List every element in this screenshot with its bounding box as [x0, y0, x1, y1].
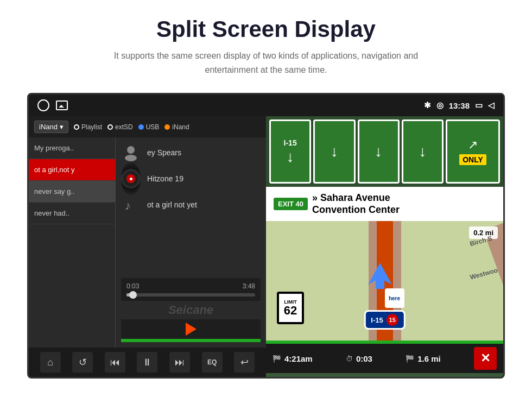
- artist-name: ey Spears: [147, 148, 181, 157]
- eta-arrival: 🏁 4:21am: [273, 354, 313, 363]
- status-right-icons: ✱ ◎ 13:38 ▭ ◁: [424, 100, 495, 110]
- radio-inand-dot: [164, 124, 170, 130]
- page-subtitle: It supports the same screen display of t…: [103, 49, 429, 77]
- highway-sign-1: I-15 ↓: [269, 119, 311, 184]
- only-sign: ↗ ONLY: [446, 119, 500, 184]
- exit-badge: EXIT 40: [274, 198, 308, 210]
- location-icon: ◎: [436, 100, 444, 110]
- source-inand-label: iNand: [172, 123, 189, 131]
- speed-sign: LIMIT 62: [277, 292, 304, 324]
- song-row: ♪ ot a girl not yet: [121, 195, 261, 215]
- source-usb[interactable]: USB: [138, 123, 160, 131]
- progress-current: 0:03: [126, 282, 139, 290]
- eta-duration: ⏱ 0:03: [346, 354, 372, 363]
- highway-sign-2: ↓: [313, 119, 355, 184]
- split-area: iNand ▾ Playlist extSD USB iNand: [29, 116, 503, 377]
- radio-extsd-dot: [107, 124, 113, 130]
- source-playlist-label: Playlist: [81, 123, 102, 131]
- repeat-button[interactable]: ↺: [72, 352, 93, 373]
- track-info: ey Spears Hitzone 19: [121, 143, 261, 278]
- music-content: My preroga.. ot a girl,not y never say g…: [29, 137, 266, 348]
- list-item[interactable]: My preroga..: [29, 137, 115, 159]
- artist-icon: [121, 143, 141, 162]
- battery-icon: ▭: [475, 100, 483, 110]
- svg-point-1: [125, 155, 137, 161]
- destination-line1: » Sahara Avenue: [312, 192, 390, 203]
- bluetooth-icon: ✱: [424, 100, 431, 110]
- flag-start-icon: 🏁: [273, 355, 281, 363]
- eq-button[interactable]: EQ: [202, 352, 223, 373]
- play-indicator-icon: [186, 323, 197, 336]
- album-row: Hitzone 19: [121, 169, 261, 188]
- home-button[interactable]: ⌂: [40, 352, 61, 373]
- only-label: ONLY: [459, 154, 486, 165]
- interstate-label: I-15: [371, 316, 383, 324]
- highway-sign-4: ↓: [402, 119, 444, 184]
- next-button[interactable]: ⏭: [169, 352, 190, 373]
- speed-value: 62: [284, 305, 297, 317]
- arrow-down-icon-1: ↓: [287, 149, 294, 165]
- source-extsd[interactable]: extSD: [107, 123, 133, 131]
- eta-distance: 1.6 mi: [417, 354, 441, 363]
- arrow-down-icon-3: ↓: [375, 144, 382, 159]
- status-bar: ✱ ◎ 13:38 ▭ ◁: [29, 94, 503, 116]
- music-main: ey Spears Hitzone 19: [116, 137, 266, 348]
- home-circle-icon: [37, 99, 49, 111]
- destination-line2: Convention Center: [312, 204, 400, 215]
- highway-sign-3: ↓: [358, 119, 400, 184]
- highway-signs: I-15 ↓ ↓ ↓ ↓ ↗ ONLY: [266, 116, 503, 187]
- dropdown-arrow-icon: ▾: [60, 123, 64, 131]
- back-arrow-icon: ◁: [488, 100, 495, 110]
- arrow-down-icon-2: ↓: [331, 144, 338, 159]
- map-area: LIMIT 62 here I-15 15 0.2 mi Birch S Wes…: [266, 221, 503, 341]
- music-note-icon: ♪: [121, 195, 141, 215]
- progress-total: 3:48: [243, 282, 255, 290]
- source-inand[interactable]: iNand: [164, 123, 189, 131]
- arrow-down-icon-4: ↓: [419, 144, 426, 159]
- page-title: Split Screen Display: [156, 16, 376, 42]
- back-button[interactable]: ↩: [234, 352, 255, 373]
- progress-times: 0:03 3:48: [126, 282, 255, 290]
- music-source-bar: iNand ▾ Playlist extSD USB iNand: [29, 116, 266, 137]
- music-green-strip: [121, 339, 261, 342]
- svg-text:♪: ♪: [125, 199, 131, 212]
- prev-button[interactable]: ⏮: [105, 352, 125, 373]
- radio-playlist-dot: [74, 124, 79, 130]
- exit-info: EXIT 40 » Sahara Avenue Convention Cente…: [266, 187, 503, 221]
- nav-panel: I-15 ↓ ↓ ↓ ↓ ↗ ONLY EXIT 40: [266, 116, 503, 377]
- eta-distance-section: 🏁 1.6 mi: [406, 354, 441, 363]
- image-icon: [56, 100, 68, 110]
- list-item[interactable]: never say g..: [29, 181, 115, 203]
- status-left-icons: [37, 99, 68, 111]
- clock-eta-icon: ⏱: [346, 355, 353, 363]
- source-playlist[interactable]: Playlist: [74, 123, 102, 131]
- nav-close-button[interactable]: ✕: [474, 347, 497, 370]
- radio-usb-dot: [138, 124, 144, 130]
- eta-travel-time: 0:03: [356, 354, 372, 363]
- list-item[interactable]: ot a girl,not y: [29, 159, 115, 181]
- playpause-button[interactable]: ⏸: [137, 352, 157, 373]
- device-frame: ✱ ◎ 13:38 ▭ ◁ iNand ▾ Playlist: [27, 93, 505, 379]
- progress-bar[interactable]: [126, 293, 255, 297]
- svg-rect-4: [376, 278, 384, 289]
- interstate-badge: 15: [387, 314, 398, 326]
- eta-time: 4:21am: [284, 354, 313, 363]
- clock-display: 13:38: [449, 101, 470, 110]
- source-usb-label: USB: [146, 123, 160, 131]
- list-item[interactable]: never had..: [29, 203, 115, 224]
- progress-thumb[interactable]: [129, 291, 137, 299]
- music-panel: iNand ▾ Playlist extSD USB iNand: [29, 116, 266, 377]
- nav-bottom-bar: 🏁 4:21am ⏱ 0:03 🏁 1.6 mi ✕: [266, 344, 503, 373]
- source-extsd-label: extSD: [115, 123, 133, 131]
- playlist-sidebar: My preroga.. ot a girl,not y never say g…: [29, 137, 116, 348]
- watermark: Seicane: [121, 301, 261, 319]
- controls-bar: ⌂ ↺ ⏮ ⏸ ⏭ EQ ↩: [29, 348, 266, 377]
- source-dropdown[interactable]: iNand ▾: [34, 121, 68, 133]
- svg-point-0: [127, 146, 135, 154]
- source-label: iNand: [39, 123, 58, 131]
- artist-row: ey Spears: [121, 143, 261, 162]
- here-logo: here: [385, 288, 404, 308]
- flag-end-icon: 🏁: [406, 355, 414, 363]
- only-arrow-icon: ↗: [468, 138, 478, 152]
- vinyl-icon: [121, 169, 141, 188]
